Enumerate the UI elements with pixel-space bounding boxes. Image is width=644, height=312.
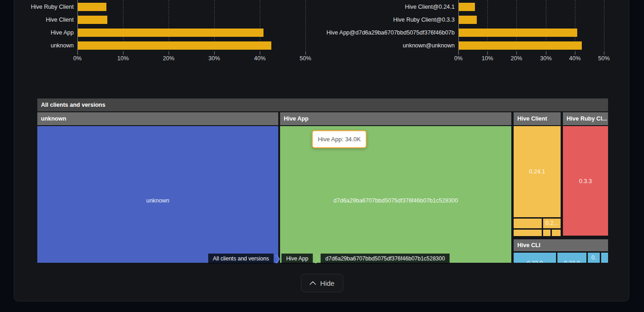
x-tick-label: 0% (445, 55, 471, 62)
treemap-header-hive-app[interactable]: Hive App (280, 112, 511, 125)
treemap-cell-02x[interactable]: 0.2... (543, 219, 561, 228)
x-tick-label: 30% (201, 55, 227, 62)
axis-tick (487, 52, 488, 55)
treemap-cell-cli-0230[interactable]: 0.23.0 (514, 253, 556, 263)
chevron-up-icon (310, 281, 316, 285)
x-tick-label: 50% (293, 55, 318, 62)
x-tick-label: 10% (110, 55, 136, 62)
treemap-cell-client-minor[interactable] (514, 219, 542, 228)
treemap-cell-label: 0.24.1 (514, 168, 561, 175)
bar-hive-client-0241[interactable] (459, 3, 475, 11)
axis-tick (169, 52, 169, 55)
treemap-header-hive-ruby[interactable]: Hive Ruby Cl... (563, 112, 608, 125)
category-label: Hive Ruby Client@0.3.3 (318, 16, 455, 23)
axis-tick (575, 52, 575, 55)
breadcrumb-item-hash[interactable]: d7d6a29ba6707bbd5075df376f46b07b1c528300 (321, 254, 450, 264)
axis-tick (305, 52, 306, 55)
treemap-header-hive-client[interactable]: Hive Client (514, 112, 561, 125)
treemap-cell-client-minor[interactable] (552, 230, 561, 236)
axis-tick (123, 52, 123, 55)
bar-hive-ruby-033[interactable] (459, 16, 477, 24)
axis-tick (214, 52, 215, 55)
treemap-cell-client-minor[interactable] (543, 230, 550, 236)
breadcrumb-item-hive-app[interactable]: Hive App (281, 254, 313, 264)
treemap-cell-label: unknown (37, 197, 278, 204)
treemap-cell-label: 0. (588, 254, 600, 261)
x-tick-label: 30% (533, 55, 559, 62)
treemap-cell-0241[interactable]: 0.24.1 (514, 126, 561, 217)
axis-tick (77, 52, 78, 55)
x-tick-label: 10% (474, 55, 500, 62)
bar-hive-app[interactable] (78, 29, 263, 37)
dashboard-panel: Hive Ruby Client Hive Client Hive App un… (0, 0, 644, 312)
x-tick-label: 0% (64, 55, 90, 62)
treemap-cell-033[interactable]: 0.3.3 (563, 126, 608, 236)
treemap-breadcrumb: All clients and versions ❯ Hive App ❯ d7… (208, 254, 450, 264)
hide-button-label: Hide (320, 279, 334, 287)
treemap-header-hive-cli[interactable]: Hive CLI (514, 239, 608, 251)
axis-tick (604, 52, 604, 55)
bar-hive-client[interactable] (78, 16, 107, 24)
bar-hive-ruby-client[interactable] (78, 3, 106, 11)
axis-tick (516, 52, 517, 55)
category-label: Hive Ruby Client (0, 3, 74, 11)
treemap-cell-label: 0.23.0 (514, 260, 556, 263)
x-tick-label: 40% (562, 55, 588, 62)
treemap-cell-cli-0x[interactable]: 0. (588, 253, 600, 263)
chevron-right-icon: ❯ (313, 254, 320, 264)
x-tick-label: 50% (591, 55, 617, 62)
category-label: Hive App (0, 29, 74, 36)
x-tick-label: 40% (247, 55, 273, 62)
category-label: Hive App@d7d6a29ba6707bbd5075df376f46b07… (318, 29, 455, 36)
chevron-right-icon: ❯ (274, 254, 281, 264)
treemap-cell-cli-0230b[interactable]: 0.23.0 (557, 253, 586, 263)
gridline (604, 0, 604, 52)
x-tick-label: 20% (503, 55, 529, 62)
breadcrumb-item-root[interactable]: All clients and versions (208, 254, 274, 264)
category-label: Hive Client (0, 16, 74, 23)
hover-tooltip: Hive App: 34.0K (312, 130, 367, 148)
bar-unknown-unknown[interactable] (459, 41, 582, 50)
axis-tick (546, 52, 546, 55)
axis-tick (260, 52, 260, 55)
axis-tick (458, 52, 459, 55)
tooltip-text: Hive App: 34.0K (318, 136, 361, 143)
category-label: unknown (0, 42, 74, 49)
hide-button[interactable]: Hide (301, 274, 343, 292)
treemap-cell-label: 0.3.3 (563, 178, 608, 185)
treemap-header-unknown[interactable]: unknown (37, 112, 278, 125)
treemap-cell-cli-minor[interactable] (601, 253, 608, 263)
bar-hive-app-hash[interactable] (459, 29, 577, 37)
treemap-cell-unknown[interactable]: unknown (37, 126, 278, 263)
treemap-cell-label: 0.23.0 (557, 260, 586, 263)
treemap-root-header[interactable]: All clients and versions (37, 98, 608, 111)
bar-unknown[interactable] (78, 41, 271, 50)
gridline (305, 0, 306, 52)
treemap-cell-label: d7d6a29ba6707bbd5075df376f46b07b1c528300 (280, 197, 511, 204)
x-tick-label: 20% (156, 55, 181, 62)
category-label: unknown@unknown (318, 42, 455, 49)
treemap-cell-label: 0.2... (543, 220, 561, 227)
category-label: Hive Client@0.24.1 (318, 3, 455, 11)
treemap-cell-client-minor[interactable] (514, 230, 542, 236)
